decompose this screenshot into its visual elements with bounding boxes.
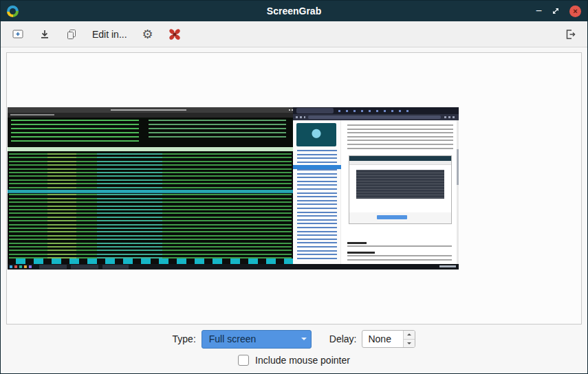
browser-active-tab	[296, 108, 334, 113]
type-label: Type:	[173, 333, 196, 344]
page-text-block-1	[347, 124, 453, 149]
screengrab-logo-icon	[168, 28, 182, 41]
minimize-button[interactable]: −	[536, 6, 542, 16]
type-value: Full screen	[202, 333, 297, 344]
content-area	[1, 47, 587, 324]
htop-header-row	[8, 147, 293, 151]
htop-stats-meters	[149, 120, 286, 140]
delay-spinbox[interactable]: None	[362, 330, 415, 348]
taskbar-window-buttons	[39, 265, 129, 269]
capture-controls-row: Type: Full screen Delay: None	[173, 330, 416, 349]
footer: Type: Full screen Delay: None Include mo…	[1, 324, 587, 373]
edit-in-button[interactable]: Edit in...	[89, 25, 130, 43]
edit-in-label: Edit in...	[92, 29, 127, 40]
window-controls: − ×	[536, 6, 581, 17]
pointer-option-row: Include mouse pointer	[238, 355, 350, 366]
sidebar-selected-item	[293, 165, 341, 169]
taskbar-launcher-icons	[10, 265, 12, 268]
browser-urlbar	[308, 116, 441, 119]
browser-window-thumb	[293, 107, 459, 264]
gear-icon: ⚙	[142, 28, 153, 41]
close-button[interactable]: ×	[569, 6, 581, 17]
maximize-button[interactable]	[551, 6, 560, 16]
window-title: ScreenGrab	[1, 6, 587, 16]
browser-nav-buttons	[296, 116, 305, 118]
copy-icon	[65, 28, 78, 41]
screenshot-preview	[8, 107, 459, 270]
nested-titlebar	[349, 156, 451, 161]
browser-scrollbar	[457, 120, 459, 264]
chevron-down-icon	[297, 335, 311, 343]
copy-button[interactable]	[63, 25, 80, 43]
spin-down-button[interactable]	[404, 340, 415, 348]
toolbar: Edit in... ⚙	[1, 21, 587, 47]
terminal-window-buttons	[289, 109, 290, 111]
nested-screenshot-thumb	[349, 155, 452, 224]
close-icon: ×	[569, 6, 581, 17]
save-icon	[39, 28, 51, 41]
minimize-icon: −	[536, 6, 542, 16]
delay-label: Delay:	[329, 333, 357, 344]
page-heading-2	[347, 252, 375, 254]
htop-yellow-column	[47, 153, 76, 258]
htop-cpu-meters	[11, 120, 139, 143]
taskbar-thumb	[8, 264, 459, 270]
nested-combobox	[377, 215, 407, 219]
settings-button[interactable]: ⚙	[139, 25, 157, 43]
nested-preview-image	[356, 170, 444, 199]
delay-value: None	[362, 331, 403, 347]
save-button[interactable]	[36, 25, 54, 43]
htop-selected-row	[8, 190, 293, 193]
browser-tab-favicons	[338, 110, 414, 112]
page-text-block-3	[347, 255, 452, 261]
type-combobox[interactable]: Full screen	[202, 330, 312, 349]
lubuntu-logo-icon	[7, 6, 19, 17]
quit-button[interactable]	[561, 25, 579, 43]
screengrab-logo-button[interactable]	[166, 25, 184, 43]
include-pointer-label: Include mouse pointer	[255, 355, 350, 366]
new-screenshot-icon	[12, 28, 24, 41]
screengrab-window: ScreenGrab − ×	[0, 0, 588, 374]
preview-area	[6, 52, 582, 324]
htop-cyan-column	[97, 153, 162, 258]
titlebar: ScreenGrab − ×	[1, 1, 587, 21]
terminal-title-text	[111, 109, 186, 111]
taskbar-clock	[439, 265, 456, 267]
triangle-down-icon	[407, 342, 411, 346]
htop-function-key-bar	[8, 258, 293, 264]
quit-icon	[564, 28, 576, 41]
chevron-shape	[301, 338, 307, 343]
manual-logo-thumb	[296, 123, 336, 146]
spinner-buttons	[403, 331, 415, 347]
spin-up-button[interactable]	[404, 331, 415, 340]
nested-toolbar	[349, 161, 451, 165]
browser-action-icons	[444, 116, 455, 118]
close-glyph: ×	[573, 8, 577, 15]
page-text-block-2	[347, 245, 452, 250]
triangle-up-icon	[407, 331, 411, 336]
maximize-icon	[551, 6, 560, 16]
terminal-window-thumb	[8, 107, 293, 264]
terminal-menu-text	[10, 114, 54, 116]
include-pointer-checkbox[interactable]	[238, 355, 249, 366]
new-screenshot-button[interactable]	[9, 25, 27, 43]
page-heading-1	[347, 242, 367, 244]
